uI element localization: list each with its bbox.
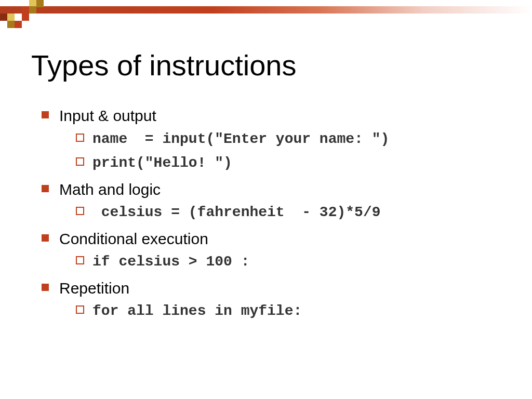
- slide-title: Types of instructions: [31, 48, 501, 82]
- list-item-label: Input & output: [59, 107, 156, 124]
- hollow-square-bullet-icon: [76, 305, 84, 314]
- pixel-icon: [29, 6, 36, 14]
- pixel-icon: [36, 0, 44, 7]
- sub-list: celsius = (fahrenheit - 32)*5/9: [76, 202, 501, 223]
- code-text: if celsius > 100 :: [92, 254, 249, 270]
- sub-list: if celsius > 100 :: [76, 251, 501, 273]
- pixel-icon: [7, 21, 15, 28]
- pixel-icon: [0, 14, 7, 21]
- pixel-icon: [22, 6, 29, 14]
- sub-list-item: for all lines in myfile:: [76, 301, 501, 322]
- hollow-square-bullet-icon: [76, 256, 84, 264]
- slide-header-decoration: [0, 0, 532, 20]
- square-bullet-icon: [42, 111, 49, 118]
- square-bullet-icon: [42, 284, 49, 291]
- list-item: Repetition for all lines in myfile:: [42, 278, 501, 322]
- sub-list-item: name = input("Enter your name: "): [76, 129, 501, 150]
- bullet-list: Input & output name = input("Enter your …: [42, 105, 501, 322]
- square-bullet-icon: [42, 234, 49, 242]
- sub-list: name = input("Enter your name: ") print(…: [76, 129, 501, 174]
- pixel-icon: [22, 14, 29, 21]
- code-text: celsius = (fahrenheit - 32)*5/9: [92, 204, 381, 220]
- hollow-square-bullet-icon: [76, 134, 84, 142]
- header-pixel-cluster: [0, 0, 47, 31]
- list-item-label: Repetition: [59, 280, 129, 297]
- hollow-square-bullet-icon: [76, 207, 84, 215]
- list-item-label: Math and logic: [59, 181, 161, 198]
- pixel-icon: [7, 14, 15, 21]
- sub-list-item: celsius = (fahrenheit - 32)*5/9: [76, 202, 501, 223]
- square-bullet-icon: [42, 185, 49, 192]
- sub-list-item: print("Hello! "): [76, 153, 501, 174]
- slide-content: Types of instructions Input & output nam…: [0, 20, 532, 322]
- hollow-square-bullet-icon: [76, 157, 84, 166]
- code-text: for all lines in myfile:: [92, 303, 302, 319]
- pixel-icon: [15, 21, 22, 28]
- list-item: Input & output name = input("Enter your …: [42, 105, 501, 174]
- code-text: print("Hello! "): [92, 155, 232, 171]
- sub-list: for all lines in myfile:: [76, 301, 501, 322]
- header-gradient-bar: [0, 6, 532, 14]
- list-item: Math and logic celsius = (fahrenheit - 3…: [42, 179, 501, 223]
- sub-list-item: if celsius > 100 :: [76, 251, 501, 273]
- code-text: name = input("Enter your name: "): [92, 131, 389, 147]
- list-item-label: Conditional execution: [59, 230, 208, 247]
- list-item: Conditional execution if celsius > 100 :: [42, 229, 501, 273]
